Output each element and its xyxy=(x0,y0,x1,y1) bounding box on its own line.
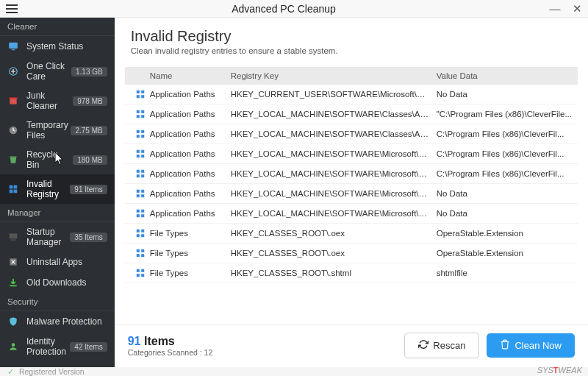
col-name-header[interactable]: Name xyxy=(150,71,231,80)
sidebar-item-badge: 35 Items xyxy=(70,233,107,242)
svg-rect-52 xyxy=(136,269,139,272)
svg-rect-19 xyxy=(141,95,144,98)
sidebar-item-recycle-bin[interactable]: Recycle Bin180 MB xyxy=(0,145,115,174)
svg-rect-9 xyxy=(10,190,13,194)
table-row[interactable]: Application PathsHKEY_LOCAL_MACHINE\SOFT… xyxy=(125,124,578,144)
sidebar-item-identity-protection[interactable]: Identity Protection42 Items xyxy=(0,332,115,361)
svg-rect-47 xyxy=(141,234,144,237)
cell-key: HKEY_LOCAL_MACHINE\SOFTWARE\Microsoft\Wi… xyxy=(231,149,437,158)
sidebar-item-system-status[interactable]: System Status xyxy=(0,36,115,57)
table-row[interactable]: Application PathsHKEY_LOCAL_MACHINE\SOFT… xyxy=(125,164,578,184)
svg-rect-21 xyxy=(141,110,144,113)
svg-rect-53 xyxy=(141,269,144,272)
sidebar-item-label: System Status xyxy=(26,41,107,52)
svg-rect-20 xyxy=(136,110,139,113)
svg-rect-37 xyxy=(141,190,144,193)
table-row[interactable]: File TypesHKEY_CLASSES_ROOT\.shtmlshtmlf… xyxy=(125,263,578,283)
svg-rect-22 xyxy=(136,115,139,118)
col-value-header[interactable]: Value Data xyxy=(437,71,572,80)
svg-rect-34 xyxy=(136,174,139,177)
cell-value: No Data xyxy=(437,189,572,198)
sidebar-item-startup-manager[interactable]: Startup Manager35 Items xyxy=(0,222,115,252)
sidebar-item-uninstall-apps[interactable]: Uninstall Apps xyxy=(0,252,115,272)
close-button[interactable]: ✕ xyxy=(566,0,588,18)
cell-key: HKEY_CURRENT_USER\SOFTWARE\Microsoft\Win… xyxy=(231,90,437,99)
trash-icon xyxy=(7,154,19,166)
svg-point-15 xyxy=(12,343,15,347)
cell-name: Application Paths xyxy=(150,209,231,218)
svg-rect-45 xyxy=(141,230,144,233)
watermark: SYSTWEAK xyxy=(537,366,582,375)
cell-value: "C:\Program Files (x86)\CleverFile... xyxy=(437,110,572,118)
sidebar-item-invalid-registry[interactable]: Invalid Registry91 Items xyxy=(0,174,115,204)
cell-key: HKEY_LOCAL_MACHINE\SOFTWARE\Microsoft\Wi… xyxy=(231,169,437,178)
registered-text: ✓ Registered Version 1.0.0.27007 xyxy=(7,367,107,376)
sidebar-item-temporary-files[interactable]: Temporary Files2.75 MB xyxy=(0,116,115,145)
svg-rect-44 xyxy=(136,230,139,233)
rescan-button[interactable]: Rescan xyxy=(404,333,479,358)
svg-rect-6 xyxy=(10,156,16,157)
sidebar-item-badge: 2.75 MB xyxy=(71,126,107,135)
svg-rect-0 xyxy=(9,43,18,49)
cell-value: No Data xyxy=(437,209,572,218)
svg-rect-7 xyxy=(10,185,13,189)
table-row[interactable]: Application PathsHKEY_LOCAL_MACHINE\SOFT… xyxy=(125,144,578,164)
app-title: Advanced PC Cleanup xyxy=(24,3,544,15)
svg-rect-31 xyxy=(141,155,144,157)
sidebar-item-junk-cleaner[interactable]: Junk Cleaner978 MB xyxy=(0,86,115,116)
cell-key: HKEY_CLASSES_ROOT\.shtml xyxy=(231,269,437,277)
registry-icon xyxy=(131,129,150,139)
registry-icon xyxy=(131,89,150,99)
table-row[interactable]: File TypesHKEY_CLASSES_ROOT\.oexOperaSta… xyxy=(125,244,578,263)
cell-value: OperaStable.Extension xyxy=(437,249,572,258)
clean-now-button[interactable]: Clean Now xyxy=(487,333,575,358)
svg-rect-42 xyxy=(136,214,139,217)
sidebar-item-badge: 180 MB xyxy=(73,155,107,165)
sidebar-item-label: Recycle Bin xyxy=(26,149,73,170)
table-row[interactable]: File TypesHKEY_CLASSES_ROOT\.oexOperaSta… xyxy=(125,224,578,244)
cell-key: HKEY_CLASSES_ROOT\.oex xyxy=(231,229,437,238)
cell-name: Application Paths xyxy=(150,110,231,118)
minimize-button[interactable]: — xyxy=(544,0,566,18)
trash-icon xyxy=(500,339,510,352)
svg-rect-1 xyxy=(12,49,15,50)
sidebar-item-old-downloads[interactable]: Old Downloads xyxy=(0,272,115,293)
svg-rect-46 xyxy=(136,234,139,237)
registry-icon xyxy=(131,188,150,199)
monitor-icon xyxy=(7,40,19,52)
table-row[interactable]: Application PathsHKEY_LOCAL_MACHINE\SOFT… xyxy=(125,184,578,204)
table-row[interactable]: Application PathsHKEY_CURRENT_USER\SOFTW… xyxy=(125,85,578,104)
table-row[interactable]: Application PathsHKEY_LOCAL_MACHINE\SOFT… xyxy=(125,104,578,124)
cell-key: HKEY_CLASSES_ROOT\.oex xyxy=(231,249,437,258)
svg-rect-48 xyxy=(136,249,139,252)
action-bar: 91 Items Categories Scanned : 12 Rescan … xyxy=(115,324,588,367)
svg-rect-33 xyxy=(141,170,144,173)
sidebar-item-one-click-care[interactable]: One Click Care1.13 GB xyxy=(0,57,115,86)
menu-icon[interactable] xyxy=(6,4,24,13)
window-controls: — ✕ xyxy=(544,0,588,18)
items-count: 91 Items xyxy=(128,335,405,348)
registry-icon xyxy=(7,183,19,195)
sidebar-section-header: Security xyxy=(0,293,115,311)
svg-rect-28 xyxy=(136,150,139,153)
svg-rect-26 xyxy=(136,135,139,138)
cell-name: Application Paths xyxy=(150,149,231,158)
svg-rect-24 xyxy=(136,130,139,133)
svg-rect-23 xyxy=(141,115,144,118)
svg-rect-30 xyxy=(136,155,139,157)
cell-value: No Data xyxy=(437,90,572,99)
registry-icon xyxy=(131,268,150,278)
cell-value: C:\Program Files (x86)\CleverFil... xyxy=(437,169,572,178)
cell-name: File Types xyxy=(150,249,231,258)
sidebar-item-badge: 978 MB xyxy=(73,96,107,106)
registry-table: Name Registry Key Value Data Application… xyxy=(125,67,578,324)
sidebar: CleanerSystem StatusOne Click Care1.13 G… xyxy=(0,18,115,367)
svg-rect-50 xyxy=(136,254,139,257)
table-row[interactable]: Application PathsHKEY_LOCAL_MACHINE\SOFT… xyxy=(125,204,578,224)
sidebar-item-malware-protection[interactable]: Malware Protection xyxy=(0,311,115,332)
svg-rect-29 xyxy=(141,150,144,153)
svg-rect-11 xyxy=(10,233,18,238)
svg-rect-10 xyxy=(14,190,18,194)
svg-rect-38 xyxy=(136,194,139,197)
col-key-header[interactable]: Registry Key xyxy=(231,71,437,80)
